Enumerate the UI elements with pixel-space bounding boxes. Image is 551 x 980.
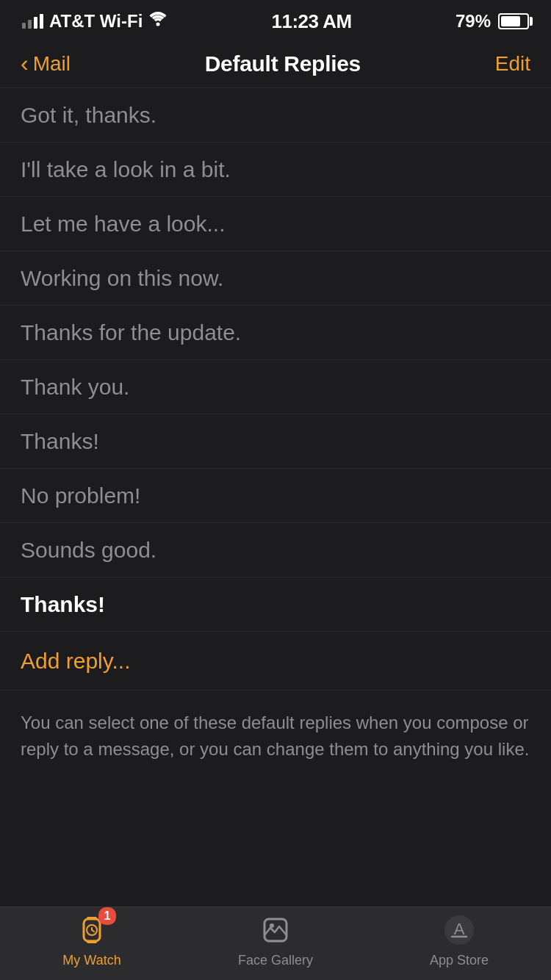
reply-text: Thanks!	[21, 429, 99, 454]
svg-point-0	[156, 23, 160, 26]
my-watch-label: My Watch	[62, 953, 120, 968]
status-bar: AT&T Wi-Fi 11:23 AM 79%	[0, 0, 551, 40]
svg-point-8	[270, 923, 274, 928]
tab-face-gallery[interactable]: Face Gallery	[184, 912, 367, 976]
list-item[interactable]: No problem!	[0, 469, 551, 523]
my-watch-badge: 1	[98, 907, 116, 925]
battery-icon	[498, 13, 529, 29]
list-item[interactable]: Sounds good.	[0, 523, 551, 577]
edit-button[interactable]: Edit	[495, 52, 530, 76]
reply-text: Thank you.	[21, 375, 129, 400]
reply-text: Thanks for the update.	[21, 320, 241, 345]
face-gallery-icon	[257, 912, 294, 948]
back-button[interactable]: ‹ Mail	[21, 52, 71, 76]
battery-percentage: 79%	[455, 11, 491, 32]
list-item[interactable]: Thanks!	[0, 414, 551, 469]
my-watch-icon: 1	[73, 912, 110, 948]
reply-text: Working on this now.	[21, 266, 223, 291]
reply-text: I'll take a look in a bit.	[21, 157, 231, 182]
app-store-label: App Store	[430, 953, 489, 968]
replies-list: Got it, thanks. I'll take a look in a bi…	[0, 88, 551, 691]
list-item[interactable]: Let me have a look...	[0, 197, 551, 251]
page-title: Default Replies	[205, 51, 361, 76]
list-item[interactable]: Thanks for the update.	[0, 306, 551, 360]
nav-bar: ‹ Mail Default Replies Edit	[0, 40, 551, 88]
tab-bar: 1 My Watch Face Gallery A App Store	[0, 907, 551, 980]
tab-app-store[interactable]: A App Store	[367, 912, 551, 976]
reply-text: Let me have a look...	[21, 212, 226, 237]
face-gallery-label: Face Gallery	[238, 953, 313, 968]
svg-rect-2	[87, 917, 97, 920]
carrier-info: AT&T Wi-Fi	[22, 11, 168, 32]
reply-text: Got it, thanks.	[21, 103, 156, 128]
list-item-selected[interactable]: Thanks!	[0, 577, 551, 632]
list-item[interactable]: Got it, thanks.	[0, 88, 551, 143]
tab-my-watch[interactable]: 1 My Watch	[0, 912, 184, 976]
svg-line-6	[92, 930, 94, 932]
footer-note: You can select one of these default repl…	[0, 691, 551, 782]
back-label: Mail	[33, 52, 71, 76]
list-item[interactable]: Working on this now.	[0, 251, 551, 306]
reply-text: Sounds good.	[21, 538, 156, 563]
add-reply-button[interactable]: Add reply...	[0, 632, 551, 691]
battery-area: 79%	[455, 11, 529, 32]
app-store-icon: A	[441, 912, 478, 948]
signal-icon	[22, 14, 43, 29]
add-reply-label: Add reply...	[21, 649, 131, 674]
svg-text:A: A	[454, 920, 465, 938]
carrier-label: AT&T Wi-Fi	[49, 11, 143, 32]
list-item[interactable]: Thank you.	[0, 360, 551, 414]
list-item[interactable]: I'll take a look in a bit.	[0, 143, 551, 197]
back-chevron-icon: ‹	[21, 51, 29, 75]
reply-text-selected: Thanks!	[21, 592, 105, 617]
time-display: 11:23 AM	[272, 10, 352, 33]
reply-text: No problem!	[21, 483, 140, 508]
footer-note-text: You can select one of these default repl…	[21, 713, 529, 759]
wifi-icon	[148, 12, 168, 31]
svg-rect-3	[87, 940, 97, 943]
